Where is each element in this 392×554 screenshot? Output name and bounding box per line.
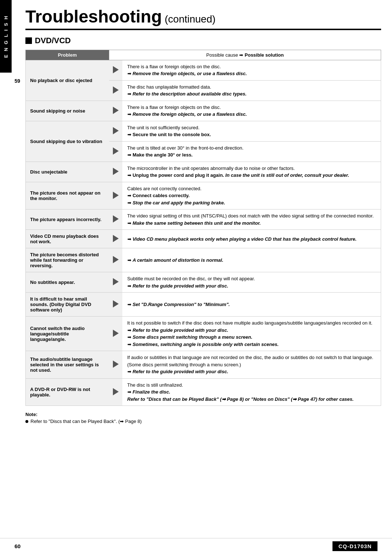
arrow-icon: [113, 215, 119, 223]
table-row: A DVD-R or DVD-RW is not playable. The d…: [26, 378, 381, 406]
problem-cell: A DVD-R or DVD-RW is not playable.: [26, 378, 109, 406]
problem-cell: Sound skipping or noise: [26, 101, 109, 121]
table-row: The picture becomes distorted while fast…: [26, 248, 381, 272]
arrow-icon: [113, 300, 119, 307]
arrow-cell: [109, 182, 122, 209]
arrow-cell: [109, 209, 122, 230]
solution-cell: ➡ Set "D.Range Compression" to "Minimum"…: [122, 293, 381, 317]
arrow-icon: [113, 192, 119, 199]
arrow-cell: [109, 317, 122, 351]
table-row: No subtitles appear. Subtitle must be re…: [26, 272, 381, 293]
solution-cell: The microcontroller in the unit operates…: [122, 162, 381, 182]
problem-cell: The picture appears incorrectly.: [26, 209, 109, 230]
header-arrow: ➡: [239, 52, 245, 58]
table-row: The picture does not appear on the monit…: [26, 182, 381, 209]
table-row: No playback or disc ejected There is a f…: [26, 60, 381, 80]
page-title: Troubleshooting (continued): [25, 7, 381, 27]
problem-cell: Sound skipping due to vibration: [26, 121, 109, 162]
problem-cell: The audio/subtitle language selected in …: [26, 351, 109, 379]
solution-cell: There is a flaw or foreign objects on th…: [122, 60, 381, 80]
problem-cell: Disc unejectable: [26, 162, 109, 182]
table-row: Video CD menu playback does not work. ➡ …: [26, 230, 381, 248]
table-header-row: Problem Possible cause ➡ Possible soluti…: [26, 50, 381, 60]
arrow-cell: [109, 162, 122, 182]
problem-cell: Cannot switch the audio language/subtitl…: [26, 317, 109, 351]
arrow-icon: [113, 388, 119, 395]
arrow-icon: [113, 147, 119, 155]
bottom-bar: 60 CQ-D1703N: [0, 538, 392, 554]
note-item: Refer to "Discs that can be Played Back"…: [25, 419, 381, 424]
table-row: Cannot switch the audio language/subtitl…: [26, 317, 381, 351]
bottom-note: Note: Refer to "Discs that can be Played…: [25, 412, 381, 424]
arrow-cell: [109, 101, 122, 121]
arrow-icon: [113, 330, 119, 337]
arrow-cell: [109, 80, 122, 101]
note-text: Refer to "Discs that can be Played Back"…: [30, 419, 142, 424]
arrow-icon: [113, 66, 119, 73]
solution-cell: If audio or subtitles in that language a…: [122, 351, 381, 379]
arrow-cell: [109, 141, 122, 162]
arrow-icon: [113, 168, 119, 175]
solution-header: Possible cause ➡ Possible solution: [109, 50, 381, 60]
arrow-icon: [113, 278, 119, 285]
problem-cell: The picture does not appear on the monit…: [26, 182, 109, 209]
solution-cell: The video signal setting of this unit (N…: [122, 209, 381, 230]
arrow-cell: [109, 293, 122, 317]
side-tab-text: E N G L I S H: [3, 15, 9, 58]
arrow-cell: [109, 121, 122, 141]
bullet-icon: [25, 420, 28, 423]
title-suffix: (continued): [162, 13, 216, 25]
problem-cell: No subtitles appear.: [26, 272, 109, 293]
arrow-cell: [109, 248, 122, 272]
solution-cell: Subtitle must be recorded on the disc, o…: [122, 272, 381, 293]
problem-header: Problem: [26, 50, 109, 60]
table-row: It is difficult to hear small sounds. (D…: [26, 293, 381, 317]
arrow-icon: [113, 107, 119, 114]
solution-prefix-text: Possible cause: [206, 52, 238, 58]
solution-cell: The unit is not sufficiently secured. ➡ …: [122, 121, 381, 141]
solution-cell: The disc is still unfinalized. ➡ Finaliz…: [122, 378, 381, 406]
problem-cell: The picture becomes distorted while fast…: [26, 248, 109, 272]
solution-cell: ➡ A certain amount of distortion is norm…: [122, 248, 381, 272]
section-marker-icon: [25, 37, 32, 44]
problem-cell: It is difficult to hear small sounds. (D…: [26, 293, 109, 317]
arrow-cell: [109, 60, 122, 80]
model-badge: CQ-D1703N: [332, 541, 377, 551]
solution-cell: ➡ Video CD menu playback works only when…: [122, 230, 381, 248]
section-header: DVD/VCD: [25, 36, 381, 45]
solution-cell: There is a flaw or foreign objects on th…: [122, 101, 381, 121]
solution-cell: It is not possible to switch if the disc…: [122, 317, 381, 351]
title-underline: [25, 29, 381, 30]
arrow-cell: [109, 230, 122, 248]
page-container: E N G L I S H Troubleshooting (continued…: [0, 0, 392, 554]
table-row: The picture appears incorrectly. The vid…: [26, 209, 381, 230]
arrow-icon: [113, 256, 119, 263]
side-tab: E N G L I S H: [0, 0, 12, 73]
table-body: No playback or disc ejected There is a f…: [26, 60, 381, 406]
arrow-icon: [113, 235, 119, 242]
table-row: Sound skipping or noise There is a flaw …: [26, 101, 381, 121]
solution-cell: The disc has unplayable formatted data. …: [122, 80, 381, 101]
arrow-icon: [113, 86, 119, 94]
main-content: Troubleshooting (continued) DVD/VCD 59 P…: [15, 0, 392, 435]
section-title: DVD/VCD: [35, 36, 71, 45]
table-row: Sound skipping due to vibration The unit…: [26, 121, 381, 141]
arrow-cell: [109, 272, 122, 293]
page-num-bottom: 60: [15, 543, 21, 549]
arrow-cell: [109, 378, 122, 406]
table-row: The audio/subtitle language selected in …: [26, 351, 381, 379]
solution-cell: The unit is tilted at over 30° in the fr…: [122, 141, 381, 162]
problem-cell: Video CD menu playback does not work.: [26, 230, 109, 248]
solution-cell: Cables are not correctly connected. ➡ Co…: [122, 182, 381, 209]
title-main: Troubleshooting: [25, 7, 162, 26]
problem-cell: No playback or disc ejected: [26, 60, 109, 101]
solution-bold-text: Possible solution: [245, 52, 284, 58]
page-num-left: 59: [15, 78, 20, 84]
trouble-table: Problem Possible cause ➡ Possible soluti…: [25, 50, 381, 406]
note-label: Note:: [25, 412, 381, 417]
table-row: Disc unejectable The microcontroller in …: [26, 162, 381, 182]
arrow-icon: [113, 127, 119, 134]
arrow-icon: [113, 360, 119, 368]
arrow-cell: [109, 351, 122, 379]
